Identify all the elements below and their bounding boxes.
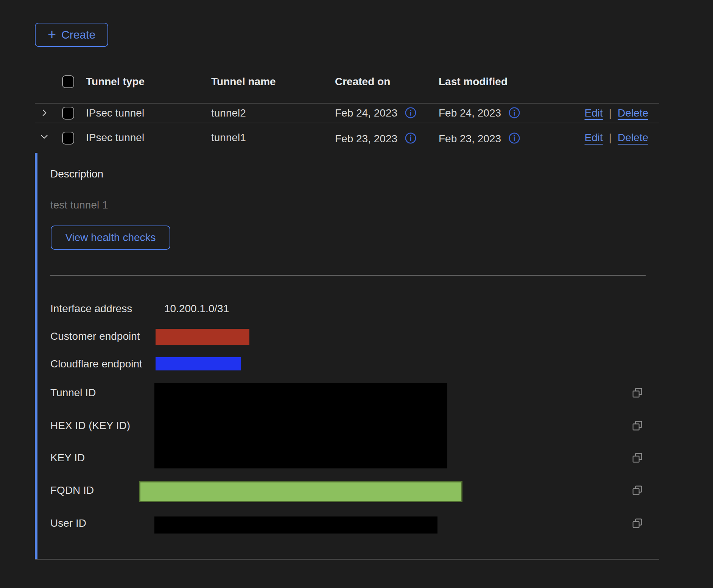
header-created-on: Created on (335, 76, 439, 88)
ids-redaction (154, 383, 447, 468)
description-label: Description (50, 168, 103, 180)
tunnel-name-cell: tunnel2 (211, 107, 335, 119)
copy-key-id-button[interactable] (631, 452, 643, 465)
fqdn-id-label: FQDN ID (50, 484, 94, 496)
tunnel-type-cell: IPsec tunnel (86, 107, 211, 119)
table-bottom-divider (35, 559, 659, 560)
customer-endpoint-redaction (156, 329, 249, 345)
view-health-checks-button[interactable]: View health checks (51, 226, 170, 250)
create-button-label: Create (61, 28, 95, 41)
copy-user-id-button[interactable] (631, 517, 643, 530)
copy-fqdn-id-button[interactable] (631, 484, 643, 498)
modified-info-button[interactable] (508, 132, 521, 146)
tunnels-table: Tunnel type Tunnel name Created on Last … (35, 61, 659, 154)
header-last-modified: Last modified (439, 76, 552, 88)
table-row: IPsec tunnel tunnel1 Feb 23, 2023 Feb 23… (35, 123, 659, 154)
fqdn-id-redaction (139, 481, 462, 502)
info-icon (404, 132, 417, 146)
edit-link[interactable]: Edit (585, 107, 603, 119)
last-modified-cell: Feb 24, 2023 (439, 107, 501, 119)
action-separator: | (609, 107, 612, 119)
last-modified-cell: Feb 23, 2023 (439, 133, 501, 145)
tunnel-name-cell: tunnel1 (211, 132, 335, 144)
copy-icon (631, 484, 643, 498)
user-id-redaction (154, 516, 437, 534)
customer-endpoint-label: Customer endpoint (50, 330, 140, 342)
hex-id-label: HEX ID (KEY ID) (50, 420, 130, 432)
action-separator: | (609, 132, 612, 144)
created-info-button[interactable] (404, 132, 417, 146)
table-row: IPsec tunnel tunnel2 Feb 24, 2023 Feb 24… (35, 104, 659, 123)
cloudflare-endpoint-label: Cloudflare endpoint (50, 358, 142, 370)
info-icon (508, 132, 521, 146)
copy-icon (631, 452, 643, 465)
modified-info-button[interactable] (508, 106, 521, 120)
chevron-right-icon (39, 108, 49, 119)
copy-tunnel-id-button[interactable] (631, 387, 643, 400)
copy-icon (631, 387, 643, 400)
interface-address-label: Interface address (50, 303, 132, 315)
tunnel-detail-panel: Description test tunnel 1 View health ch… (35, 153, 662, 559)
created-info-button[interactable] (404, 106, 417, 120)
table-header-row: Tunnel type Tunnel name Created on Last … (35, 61, 659, 104)
chevron-down-icon (39, 132, 49, 143)
header-tunnel-type: Tunnel type (86, 76, 211, 88)
tunnels-page: + Create Tunnel type Tunnel name Created… (0, 0, 713, 588)
expand-row-button[interactable] (39, 108, 49, 119)
info-icon (404, 106, 417, 120)
key-id-label: KEY ID (50, 452, 85, 464)
copy-icon (631, 420, 643, 433)
header-tunnel-name: Tunnel name (211, 76, 335, 88)
section-divider (50, 275, 646, 275)
copy-hex-id-button[interactable] (631, 420, 643, 433)
copy-icon (631, 517, 643, 530)
cloudflare-endpoint-redaction (156, 357, 241, 370)
created-on-cell: Feb 23, 2023 (335, 133, 397, 145)
select-all-checkbox[interactable] (62, 75, 74, 88)
description-value: test tunnel 1 (50, 199, 108, 211)
create-button[interactable]: + Create (35, 23, 108, 47)
delete-link[interactable]: Delete (618, 132, 648, 144)
plus-icon: + (48, 27, 56, 41)
interface-address-value: 10.200.1.0/31 (164, 303, 229, 315)
tunnel-type-cell: IPsec tunnel (86, 132, 211, 144)
tunnel-id-label: Tunnel ID (50, 387, 96, 399)
edit-link[interactable]: Edit (585, 132, 603, 144)
row-checkbox[interactable] (62, 132, 74, 145)
info-icon (508, 106, 521, 120)
collapse-row-button[interactable] (39, 132, 49, 143)
user-id-label: User ID (50, 517, 86, 529)
row-checkbox[interactable] (62, 107, 74, 120)
created-on-cell: Feb 24, 2023 (335, 107, 397, 119)
delete-link[interactable]: Delete (618, 107, 648, 119)
